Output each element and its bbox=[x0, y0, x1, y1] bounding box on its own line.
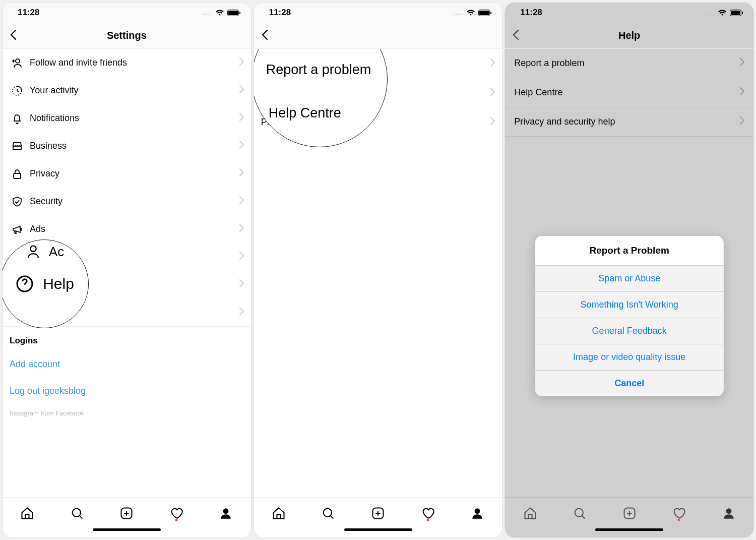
tab-activity[interactable] bbox=[166, 506, 186, 520]
page-title: Settings bbox=[107, 30, 147, 41]
tab-bar bbox=[254, 497, 502, 528]
chevron-right-icon bbox=[239, 224, 244, 234]
chevron-right-icon bbox=[239, 141, 244, 151]
chevron-right-icon bbox=[740, 58, 744, 69]
add-account-link[interactable]: Add account bbox=[3, 351, 251, 378]
action-cancel[interactable]: Cancel bbox=[535, 370, 723, 396]
home-indicator bbox=[505, 528, 753, 537]
add-person-icon bbox=[10, 57, 25, 69]
svg-point-9 bbox=[223, 508, 229, 514]
status-indicators: ..... bbox=[705, 9, 743, 16]
search-icon bbox=[70, 506, 84, 520]
add-icon bbox=[371, 506, 385, 520]
tab-profile[interactable] bbox=[467, 507, 487, 520]
row-label: Security bbox=[30, 196, 239, 207]
help-row-privacy[interactable]: Pri bbox=[254, 107, 502, 137]
tab-add[interactable] bbox=[619, 506, 640, 520]
chevron-right-icon bbox=[239, 57, 244, 68]
phone-action-sheet: 11:28 ..... Help Report a problem Help C… bbox=[505, 2, 754, 538]
tab-home[interactable] bbox=[17, 506, 37, 520]
wifi-icon bbox=[466, 9, 475, 16]
settings-row-about[interactable]: About bbox=[3, 298, 251, 326]
settings-row-follow[interactable]: Follow and invite friends bbox=[3, 49, 251, 77]
status-time: 11:28 bbox=[269, 8, 291, 18]
chevron-left-icon bbox=[261, 29, 268, 40]
settings-row-account[interactable]: Account bbox=[3, 243, 251, 271]
chevron-right-icon bbox=[239, 196, 244, 207]
help-row-report[interactable]: Report a problem bbox=[254, 49, 502, 78]
page-title: Help bbox=[618, 30, 640, 41]
help-row-report[interactable]: Report a problem bbox=[505, 49, 753, 78]
action-spam[interactable]: Spam or Abuse bbox=[535, 265, 723, 291]
phone-settings: 11:28 ..... Settings Follow and invite f… bbox=[2, 2, 251, 538]
settings-row-business[interactable]: Business bbox=[3, 132, 251, 160]
help-row-centre[interactable]: Help Centre bbox=[505, 78, 753, 107]
chevron-right-icon bbox=[490, 58, 495, 69]
footer-text: Instagram from Facebook bbox=[3, 404, 251, 418]
action-sheet-title: Report a Problem bbox=[535, 236, 723, 265]
help-row-privacy[interactable]: Privacy and security help bbox=[505, 107, 753, 137]
phone-help-list: 11:28 ..... Report a problem Help Centre… bbox=[254, 2, 503, 538]
status-time: 11:28 bbox=[18, 8, 39, 18]
clock-icon bbox=[10, 85, 25, 97]
row-label: Business bbox=[30, 141, 239, 151]
tab-add[interactable] bbox=[116, 506, 137, 520]
settings-row-ads[interactable]: Ads bbox=[3, 215, 251, 243]
row-label: Help Centre bbox=[514, 87, 740, 98]
action-feedback[interactable]: General Feedback bbox=[535, 318, 723, 344]
tab-activity[interactable] bbox=[669, 506, 689, 520]
tab-search[interactable] bbox=[570, 506, 590, 520]
shield-icon bbox=[10, 196, 25, 208]
heart-icon bbox=[421, 506, 435, 520]
row-label: Follow and invite friends bbox=[30, 57, 239, 68]
nav-header bbox=[254, 23, 502, 49]
add-icon bbox=[622, 506, 637, 520]
tab-activity[interactable] bbox=[418, 506, 438, 520]
wifi-icon bbox=[215, 9, 224, 16]
battery-icon bbox=[227, 10, 241, 16]
settings-row-privacy[interactable]: Privacy bbox=[3, 160, 251, 188]
search-icon bbox=[573, 506, 587, 520]
chevron-right-icon bbox=[490, 88, 495, 98]
nav-header: Help bbox=[505, 23, 753, 49]
svg-point-15 bbox=[475, 508, 480, 514]
settings-row-notifications[interactable]: Notifications bbox=[3, 104, 251, 132]
row-label: Report a problem bbox=[514, 58, 740, 69]
svg-rect-1 bbox=[228, 11, 238, 15]
tab-home[interactable] bbox=[520, 506, 540, 520]
back-button[interactable] bbox=[10, 29, 17, 42]
bell-icon bbox=[10, 112, 25, 125]
tab-search[interactable] bbox=[318, 506, 338, 520]
back-button[interactable] bbox=[512, 29, 519, 42]
svg-rect-17 bbox=[731, 11, 740, 15]
loading-dots: ..... bbox=[705, 10, 715, 16]
tab-add[interactable] bbox=[368, 506, 388, 520]
tab-home[interactable] bbox=[269, 506, 289, 520]
notification-dot bbox=[678, 519, 680, 521]
add-icon bbox=[119, 506, 134, 520]
back-button[interactable] bbox=[261, 29, 268, 42]
tab-search[interactable] bbox=[67, 506, 87, 520]
profile-icon bbox=[471, 507, 484, 520]
megaphone-icon bbox=[10, 223, 25, 235]
action-quality[interactable]: Image or video quality issue bbox=[535, 344, 723, 370]
action-not-working[interactable]: Something Isn't Working bbox=[535, 291, 723, 318]
tab-profile[interactable] bbox=[216, 507, 236, 520]
settings-row-help[interactable]: Help bbox=[3, 271, 251, 298]
profile-icon bbox=[219, 507, 232, 520]
settings-row-security[interactable]: Security bbox=[3, 188, 251, 215]
chevron-right-icon bbox=[239, 279, 244, 290]
row-label: Ads bbox=[30, 224, 239, 234]
row-label: Notifications bbox=[30, 113, 239, 124]
chevron-left-icon bbox=[512, 29, 519, 40]
status-bar: 11:28 ..... bbox=[505, 3, 753, 23]
tab-profile[interactable] bbox=[719, 507, 739, 520]
nav-header: Settings bbox=[3, 23, 251, 49]
help-row-centre[interactable]: Help Centre bbox=[254, 78, 502, 107]
svg-point-7 bbox=[72, 508, 80, 516]
logout-link[interactable]: Log out igeeksblog bbox=[3, 378, 251, 404]
status-indicators: ..... bbox=[203, 9, 241, 16]
chevron-right-icon bbox=[239, 113, 244, 124]
svg-rect-4 bbox=[14, 173, 21, 178]
settings-row-activity[interactable]: Your activity bbox=[3, 77, 251, 104]
